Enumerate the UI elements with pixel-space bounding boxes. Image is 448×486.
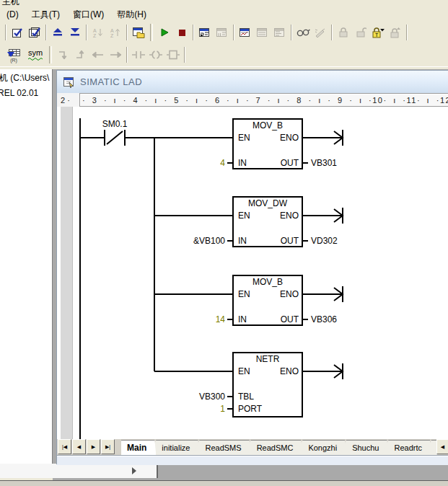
pin-in: IN [238,236,247,246]
box-button[interactable] [164,46,182,63]
force-button[interactable] [312,24,329,41]
sort-ascending-button[interactable]: AZ [89,24,107,41]
column-ruler: 2 · · 3 · ı · 4 · ı · 5 · ı · 6 · ı · 7 … [57,93,448,107]
scroll-right-icon[interactable] [132,467,136,474]
stop-button[interactable] [173,24,190,41]
lad-window-bottom-frame [57,455,448,465]
tab-readsms[interactable]: ReadSMS [193,440,250,455]
chart-status-icon [239,27,252,39]
unlock-button[interactable] [352,24,369,41]
app-title: 主机 [2,0,19,7]
glasses-icon [296,27,310,38]
operand-in-value[interactable]: 14 [164,314,225,324]
download-icon [69,27,81,38]
operand-in-value[interactable]: 4 [164,158,225,168]
pin-eno: ENO [271,366,299,376]
compile-all-icon [28,27,42,39]
run-button[interactable] [156,24,173,41]
chart-status-button[interactable] [237,24,254,41]
block-title[interactable]: MOV_B [233,120,302,131]
contact-button[interactable] [130,46,147,63]
program-status-button[interactable] [196,24,214,41]
pin-out: OUT [271,314,299,324]
tab-initialize[interactable]: initialize [149,440,199,455]
symbol-table-button[interactable]: (R) [3,46,25,63]
run-icon [159,27,170,38]
compile-all-button[interactable] [26,24,43,41]
block-title[interactable]: NETR [233,354,302,364]
symbolic-addressing-button[interactable]: sym [25,46,46,63]
toolbar-separator [184,47,185,63]
pin-in: IN [238,158,247,168]
menu-item-1[interactable]: 工具(T) [25,7,66,22]
coil-icon [149,49,163,61]
tree-item-project[interactable]: 主机 (C:\Users\ [0,72,49,84]
tab-last-button[interactable]: ▶| [101,439,115,454]
coil-button[interactable] [147,46,164,63]
svg-text:A: A [93,28,97,33]
tab-kongzhi[interactable]: Kongzhi [296,440,346,455]
options-button[interactable] [130,24,147,41]
tab-readsmc[interactable]: ReadSMC [245,440,303,455]
compile-button[interactable] [9,24,26,41]
toolbar-ladder: (R) sym [0,43,448,66]
arrow-right-icon [109,49,122,61]
arrow-down-right-icon [57,49,70,61]
glasses-button[interactable] [294,24,312,41]
sort-descending-button[interactable]: AZ [107,24,124,41]
block-title[interactable]: MOV_DW [233,198,302,208]
trend-write-icon [273,27,286,39]
operand-port-value[interactable]: 1 [164,404,225,414]
tab-readrtc[interactable]: Readrtc [382,440,431,455]
pin-out: OUT [271,236,299,246]
line-left-button[interactable] [89,46,107,63]
squiggle-icon [27,57,43,61]
tab-prev-button[interactable]: ◀ [72,439,86,454]
compile-icon [12,27,24,39]
operand-out-value[interactable]: VB301 [311,158,337,168]
block-title[interactable]: MOV_B [233,277,302,287]
upload-button[interactable] [49,24,66,41]
network-down-button[interactable] [55,46,72,63]
operand-out-value[interactable]: VD302 [311,236,338,246]
tree-item-cpu[interactable]: REL 02.01 [0,88,38,98]
download-button[interactable] [66,24,84,41]
toolbar-separator [126,47,128,63]
network-up-button[interactable] [72,46,89,63]
menu-item-2[interactable]: 窗口(W) [66,7,110,22]
menu-item-3[interactable]: 帮助(H) [110,7,153,22]
toolbar-separator [291,25,292,40]
arrow-left-icon [92,49,105,61]
tab-first-button[interactable]: |◀ [58,439,71,454]
operand-tbl-value[interactable]: VB300 [164,392,225,402]
tab-scroll-left-button[interactable]: ◀ [436,439,448,454]
window-folder-icon [132,27,145,39]
arrow-up-right-icon [74,49,87,61]
operand-in-value[interactable]: &VB100 [164,236,225,246]
pin-eno: ENO [271,133,299,143]
contact-icon [131,49,146,61]
line-right-button[interactable] [107,46,124,63]
tab-shuchu[interactable]: Shuchu [340,440,388,455]
tab-main[interactable]: Main [121,440,156,455]
toolbar-separator [331,25,333,40]
tab-next-button[interactable]: ▶ [87,439,100,454]
lad-window-titlebar[interactable]: SIMATIC LAD [57,71,448,94]
trend-write-button[interactable] [271,24,289,41]
sort-descending-icon: AZ [110,27,121,38]
contact-operand[interactable]: SM0.1 [95,119,135,129]
operand-out-value[interactable]: VB306 [311,314,337,324]
trend-pause-button[interactable] [254,24,271,41]
lock-button[interactable] [335,24,352,41]
tree-scrollbar[interactable] [0,464,158,478]
pause-status-button[interactable] [214,24,231,41]
pin-eno: ENO [271,211,299,221]
unlock-icon [355,27,366,38]
unforce-button[interactable] [387,24,404,41]
force-table-button[interactable]: T [369,24,387,41]
menu-item-0[interactable]: (D) [0,8,25,21]
pin-in: IN [238,314,247,324]
svg-text:Z: Z [93,33,97,38]
ladder-canvas[interactable]: SM0.1 MOV_B EN ENO IN OUT 4 VB301 MOV_DW… [57,107,448,439]
toolbar-separator [193,25,194,40]
